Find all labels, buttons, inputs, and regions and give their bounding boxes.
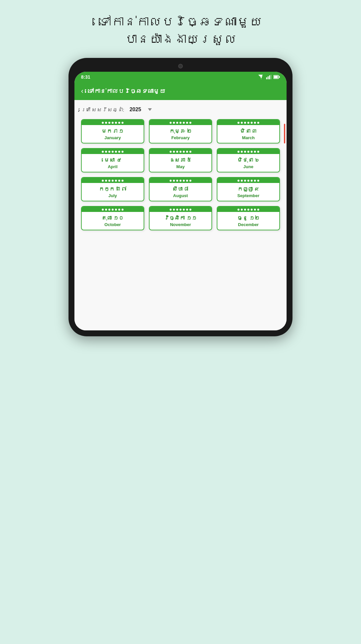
calendar-dot: [186, 151, 188, 153]
page-title: ទៅកាន់កាលបរិច្ឆេទណាមួយ បានយ៉ាងងាយស្រួល: [99, 13, 262, 48]
month-card-may[interactable]: ឧសភា ៥May: [149, 148, 212, 172]
calendar-dot: [189, 151, 191, 153]
month-card-january[interactable]: មករា ១January: [81, 119, 144, 143]
month-card-header: [82, 207, 144, 212]
month-english-name: December: [220, 222, 277, 227]
month-english-name: August: [152, 193, 209, 198]
calendar-dot: [105, 209, 107, 211]
calendar-dot: [105, 122, 107, 124]
month-english-name: July: [84, 193, 141, 198]
month-khmer-name: សីហា ៨: [152, 186, 209, 192]
calendar-dot: [170, 180, 172, 182]
month-card-body: មិនា ៣March: [217, 125, 279, 143]
scrollbar-indicator[interactable]: [284, 124, 285, 143]
month-card-header: [150, 149, 211, 154]
month-card-march[interactable]: មិនា ៣March: [217, 119, 280, 143]
calendar-dot: [189, 180, 191, 182]
month-card-body: សីហា ៨August: [150, 183, 211, 201]
month-card-body: កក្កដា ៧July: [82, 183, 144, 201]
month-english-name: January: [84, 135, 141, 140]
month-card-header: [150, 178, 211, 183]
year-value[interactable]: 2025: [129, 107, 141, 113]
month-card-april[interactable]: មេសា ៤April: [81, 148, 144, 172]
calendar-dot: [189, 122, 191, 124]
app-bar: ‹ ទៅកាន់កាលបរិច្ឆេទណាមួយ: [74, 82, 287, 100]
calendar-dot: [108, 209, 110, 211]
calendar-dot: [251, 180, 253, 182]
month-card-body: កុម្ភៈ ២February: [150, 125, 211, 143]
calendar-dot: [180, 180, 181, 182]
svg-rect-3: [271, 75, 272, 79]
svg-rect-0: [266, 77, 267, 79]
calendar-dot: [241, 209, 243, 211]
calendar-dot: [183, 122, 185, 124]
month-english-name: November: [152, 222, 209, 227]
calendar-dot: [118, 180, 120, 182]
calendar-dot: [237, 151, 239, 153]
calendar-dot: [176, 209, 178, 211]
calendar-dot: [122, 209, 124, 211]
calendar-dot: [176, 151, 178, 153]
month-card-header: [150, 120, 211, 125]
calendar-dot: [251, 122, 253, 124]
month-english-name: April: [84, 164, 141, 169]
back-button[interactable]: ‹: [81, 87, 83, 95]
calendar-dot: [237, 180, 239, 182]
month-card-september[interactable]: កញ្ញា ៩September: [217, 177, 280, 201]
calendar-dot: [247, 122, 249, 124]
calendar-dot: [102, 122, 104, 124]
calendar-dot: [180, 151, 181, 153]
calendar-dot: [102, 151, 104, 153]
month-english-name: June: [220, 164, 277, 169]
svg-rect-6: [279, 76, 280, 78]
month-card-header: [217, 149, 279, 154]
calendar-dot: [247, 180, 249, 182]
calendar-dot: [183, 209, 185, 211]
calendar-dot: [186, 180, 188, 182]
month-card-october[interactable]: តុលា ១០October: [81, 206, 144, 230]
month-card-november[interactable]: វិច្ឆិកា ១១November: [149, 206, 212, 230]
month-card-june[interactable]: មិថុនា ៦June: [217, 148, 280, 172]
calendar-dot: [170, 209, 172, 211]
month-card-body: កញ្ញា ៩September: [217, 183, 279, 201]
month-card-body: ធ្នូ ១២December: [217, 212, 279, 230]
calendar-dot: [173, 122, 175, 124]
calendar-dot: [115, 209, 117, 211]
screen-content: ត្រើសសរីសឆ្នាំ: 2025 មករា ១Januaryកុម្ភៈ…: [74, 100, 287, 330]
month-card-header: [150, 207, 211, 212]
month-card-header: [217, 207, 279, 212]
calendar-dot: [183, 180, 185, 182]
calendar-dot: [247, 151, 249, 153]
calendar-dot: [244, 151, 246, 153]
month-card-header: [82, 149, 144, 154]
svg-rect-2: [269, 75, 270, 79]
calendar-dot: [108, 151, 110, 153]
calendar-dot: [118, 209, 120, 211]
calendar-dot: [180, 209, 181, 211]
dropdown-arrow-icon[interactable]: [148, 108, 152, 111]
calendar-dot: [244, 122, 246, 124]
month-khmer-name: មករា ១: [84, 128, 141, 134]
calendar-dot: [186, 209, 188, 211]
svg-rect-1: [268, 76, 269, 79]
month-card-july[interactable]: កក្កដា ៧July: [81, 177, 144, 201]
month-khmer-name: កញ្ញា ៩: [220, 186, 277, 192]
month-english-name: September: [220, 193, 277, 198]
calendar-dot: [254, 209, 256, 211]
calendar-dot: [105, 151, 107, 153]
wifi-icon: [258, 75, 264, 79]
month-card-february[interactable]: កុម្ភៈ ២February: [149, 119, 212, 143]
calendar-dot: [115, 151, 117, 153]
calendar-dot: [118, 151, 120, 153]
calendar-dot: [173, 151, 175, 153]
month-card-december[interactable]: ធ្នូ ១២December: [217, 206, 280, 230]
calendar-dot: [118, 122, 120, 124]
calendar-dot: [237, 209, 239, 211]
calendar-dot: [241, 122, 243, 124]
calendar-dot: [189, 209, 191, 211]
month-card-august[interactable]: សីហា ៨August: [149, 177, 212, 201]
month-card-body: មេសា ៤April: [82, 154, 144, 172]
month-card-body: មិថុនា ៦June: [217, 154, 279, 172]
month-khmer-name: កុម្ភៈ ២: [152, 128, 209, 134]
calendar-dot: [170, 122, 172, 124]
